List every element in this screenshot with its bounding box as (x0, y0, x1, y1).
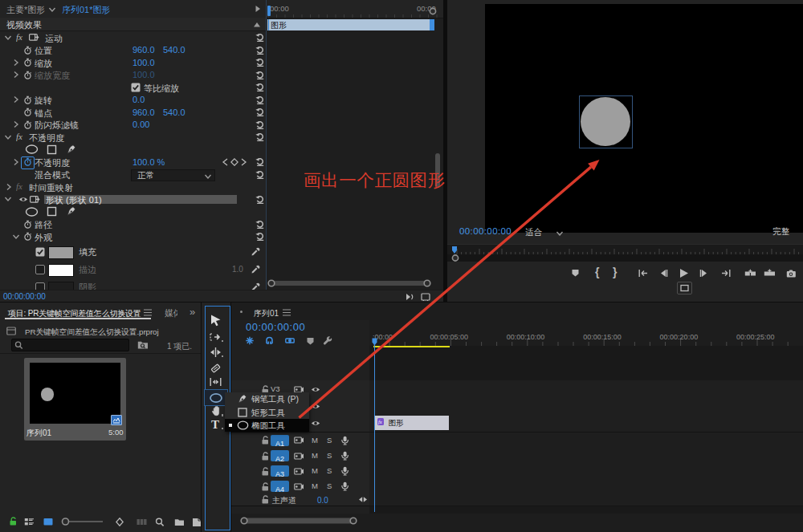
stopwatch-icon[interactable] (23, 108, 32, 117)
mark-in-icon[interactable]: { (595, 266, 599, 278)
tool-type[interactable]: T (210, 418, 221, 431)
master-clip-selector[interactable]: 主要*图形 (6, 4, 45, 16)
timeline-clip-graphic[interactable]: fx图形 (374, 416, 449, 430)
reset-param-icon[interactable] (255, 157, 264, 166)
add-marker-icon[interactable] (306, 337, 315, 345)
chevron-down-icon[interactable] (12, 233, 20, 241)
project-tab-overflow[interactable]: 媒体浏览器 (165, 307, 177, 319)
program-video-viewport[interactable] (485, 4, 803, 233)
sync-lock-icon[interactable] (294, 482, 304, 491)
mark-out-icon[interactable]: } (613, 266, 617, 278)
voiceover-record-icon[interactable] (340, 436, 349, 445)
track-lane-A4[interactable] (369, 479, 803, 495)
timeline-playhead-timecode[interactable]: 00:00:00:00 (246, 321, 305, 333)
safe-margins-button[interactable] (677, 282, 692, 294)
sequence-clip-link[interactable]: 序列01*图形 (62, 4, 111, 16)
reset-param-icon[interactable] (255, 83, 264, 91)
sequence-item-card[interactable]: 序列015:00 (24, 358, 126, 441)
master-pan-icon[interactable] (358, 495, 368, 504)
stopwatch-icon[interactable] (23, 232, 32, 242)
mute-track-button[interactable]: M (312, 481, 318, 490)
snap-toggle-icon[interactable] (265, 336, 274, 344)
previous-keyframe-icon[interactable] (222, 158, 229, 166)
audio-track-target-A2[interactable]: A2 (271, 450, 289, 461)
project-writable-lock-icon[interactable] (9, 517, 18, 526)
track-lock-icon[interactable] (261, 436, 269, 445)
list-view-icon[interactable] (24, 518, 35, 526)
step-forward-icon[interactable] (699, 269, 709, 278)
reset-param-icon[interactable] (255, 170, 264, 179)
effect-param-value[interactable]: 960.0 (132, 45, 155, 55)
add-marker-icon[interactable] (571, 269, 580, 278)
overwrite-icon[interactable] (764, 269, 776, 278)
mini-playhead[interactable] (267, 6, 271, 16)
track-output-eye-icon[interactable] (311, 385, 320, 394)
track-output-eye-icon[interactable] (311, 419, 320, 428)
master-volume-value[interactable]: 0.0 (317, 496, 328, 505)
go-to-in-icon[interactable] (638, 269, 649, 278)
checkbox-checked-icon[interactable] (35, 247, 45, 257)
eyedropper-icon[interactable] (251, 246, 261, 257)
track-lane-A1[interactable] (369, 433, 803, 449)
solo-track-button[interactable]: S (327, 436, 332, 445)
go-to-out-icon[interactable] (720, 269, 731, 278)
mute-track-button[interactable]: M (312, 451, 318, 460)
program-zoom-bar[interactable] (447, 254, 803, 262)
timeline-settings-wrench-icon[interactable] (323, 336, 332, 346)
tool-slip[interactable] (210, 376, 222, 388)
color-swatch[interactable] (48, 246, 74, 259)
more-tabs-chevron[interactable]: » (190, 306, 195, 318)
reset-param-icon[interactable] (255, 33, 264, 42)
stopwatch-icon[interactable] (23, 71, 32, 80)
reset-param-icon[interactable] (255, 195, 264, 204)
blend-mode-dropdown[interactable]: 正常 (131, 169, 215, 181)
mute-track-button[interactable]: M (312, 436, 318, 445)
effect-param-value[interactable]: 100.0 (132, 70, 155, 79)
reset-param-icon[interactable] (255, 120, 264, 129)
search-input[interactable] (11, 339, 129, 351)
tool-selection[interactable] (210, 314, 222, 327)
flyout-item-pen-tool[interactable]: 钢笔工具 (P) (225, 392, 309, 406)
checkbox-unchecked-icon[interactable] (35, 265, 45, 274)
chevron-right-icon[interactable] (12, 120, 20, 128)
reset-param-icon[interactable] (255, 132, 264, 141)
fx-clip-bar[interactable]: 图形 (267, 19, 434, 30)
free-draw-bezier-icon[interactable] (66, 144, 76, 155)
play-audio-only-icon[interactable] (406, 293, 415, 301)
create-rect-mask-icon[interactable] (47, 206, 57, 217)
icon-view-icon[interactable] (43, 518, 53, 526)
create-rect-mask-icon[interactable] (47, 144, 57, 155)
tool-ripple-edit[interactable] (210, 347, 222, 358)
solo-track-button[interactable]: S (327, 451, 332, 460)
checkbox-checked-icon[interactable] (131, 83, 141, 92)
reset-param-icon[interactable] (255, 46, 264, 55)
free-draw-bezier-icon[interactable] (66, 206, 76, 217)
mute-track-button[interactable]: M (312, 466, 318, 475)
panel-menu-icon[interactable] (283, 309, 291, 316)
mini-zoom-handle[interactable] (429, 7, 437, 15)
fx-clip-out-handle[interactable] (430, 19, 434, 30)
stopwatch-icon[interactable] (23, 157, 32, 167)
sync-lock-icon[interactable] (294, 452, 304, 461)
effect-param-value[interactable]: 960.0 (132, 108, 155, 117)
eyedropper-icon[interactable] (251, 264, 261, 274)
sync-lock-icon[interactable] (294, 467, 304, 476)
effect-param-value[interactable]: 540.0 (163, 45, 185, 55)
voiceover-record-icon[interactable] (340, 466, 349, 476)
track-lock-icon[interactable] (261, 495, 269, 504)
param-value-dim[interactable]: 1.0 (232, 265, 243, 274)
resolution-select-value[interactable]: 完整 (772, 226, 789, 238)
effect-param-value[interactable]: 0.00 (132, 120, 149, 129)
step-back-icon[interactable] (658, 269, 668, 278)
show-timeline-view-icon[interactable] (254, 5, 262, 13)
chevron-right-icon[interactable] (5, 183, 13, 191)
stopwatch-icon[interactable] (23, 95, 32, 105)
reset-param-icon[interactable] (255, 220, 264, 229)
track-lock-icon[interactable] (261, 482, 269, 491)
voiceover-record-icon[interactable] (340, 451, 349, 461)
chevron-right-icon[interactable] (12, 71, 20, 79)
track-lane-V3[interactable] (369, 380, 803, 399)
linked-selection-icon[interactable] (285, 336, 295, 345)
play-icon[interactable] (679, 268, 689, 278)
timeline-ruler[interactable]: :00:0000:00:05:0000:00:10:0000:00:15:000… (369, 331, 803, 346)
